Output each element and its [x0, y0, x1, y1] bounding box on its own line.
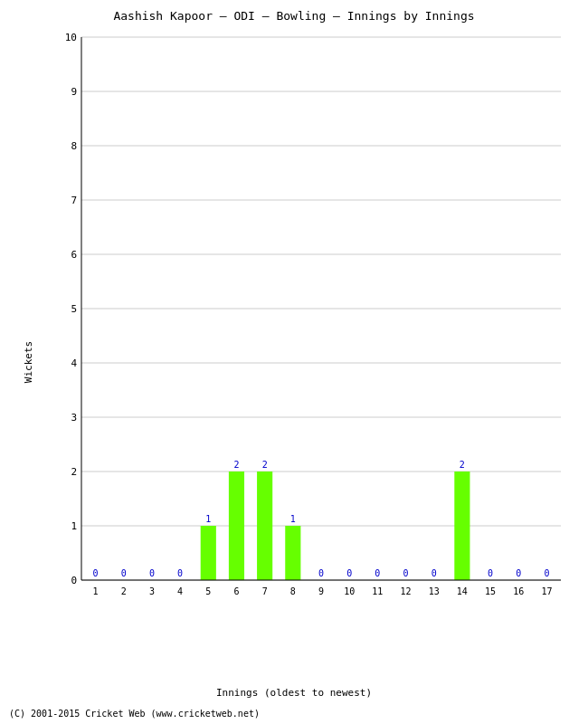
svg-text:6: 6 [71, 249, 77, 261]
svg-text:1: 1 [290, 514, 296, 524]
svg-text:4: 4 [177, 586, 183, 596]
svg-text:0: 0 [432, 568, 437, 578]
svg-text:17: 17 [541, 586, 552, 596]
svg-text:0: 0 [544, 568, 549, 578]
svg-text:0: 0 [149, 568, 155, 578]
svg-text:0: 0 [121, 568, 127, 578]
svg-text:0: 0 [375, 568, 380, 578]
svg-text:2: 2 [233, 460, 239, 470]
svg-text:0: 0 [93, 568, 99, 578]
chart-title: Aashish Kapoor – ODI – Bowling – Innings… [9, 9, 579, 23]
svg-text:0: 0 [516, 568, 521, 578]
svg-text:5: 5 [205, 586, 211, 596]
svg-text:5: 5 [71, 303, 77, 315]
svg-text:15: 15 [485, 586, 496, 596]
svg-text:4: 4 [71, 357, 77, 369]
svg-text:1: 1 [71, 520, 77, 532]
chart-container: Aashish Kapoor – ODI – Bowling – Innings… [0, 0, 588, 724]
svg-text:0: 0 [177, 568, 183, 578]
svg-rect-30 [201, 526, 216, 580]
svg-text:2: 2 [121, 586, 127, 596]
svg-text:14: 14 [457, 586, 468, 596]
svg-rect-33 [229, 472, 244, 580]
svg-text:6: 6 [233, 586, 239, 596]
svg-text:10: 10 [344, 586, 355, 596]
svg-text:11: 11 [372, 586, 383, 596]
svg-rect-36 [257, 472, 272, 580]
x-axis-label: Innings (oldest to newest) [216, 687, 372, 699]
svg-text:0: 0 [346, 568, 352, 578]
svg-text:7: 7 [262, 586, 268, 596]
svg-rect-39 [285, 526, 300, 580]
svg-text:7: 7 [71, 195, 77, 206]
svg-text:13: 13 [429, 586, 440, 596]
y-axis-label: Wickets [23, 341, 34, 383]
svg-text:9: 9 [318, 586, 324, 596]
svg-text:1: 1 [205, 514, 211, 524]
svg-text:10: 10 [65, 32, 77, 43]
svg-text:0: 0 [488, 568, 493, 578]
svg-text:0: 0 [403, 568, 409, 578]
svg-text:1: 1 [93, 586, 99, 596]
svg-rect-52 [454, 472, 469, 580]
svg-text:8: 8 [290, 586, 296, 596]
svg-text:2: 2 [71, 466, 77, 478]
svg-text:0: 0 [318, 568, 324, 578]
svg-text:9: 9 [71, 86, 77, 98]
svg-text:8: 8 [71, 140, 77, 152]
svg-text:2: 2 [262, 460, 268, 470]
svg-text:3: 3 [71, 412, 77, 424]
svg-text:2: 2 [460, 460, 465, 470]
copyright-text: (C) 2001-2015 Cricket Web (www.cricketwe… [9, 709, 260, 719]
svg-text:16: 16 [513, 586, 524, 596]
svg-text:3: 3 [149, 586, 155, 596]
svg-text:12: 12 [401, 586, 412, 596]
chart-area: 0123456789100102030415262718090100110120… [54, 28, 570, 653]
svg-text:0: 0 [71, 575, 77, 586]
